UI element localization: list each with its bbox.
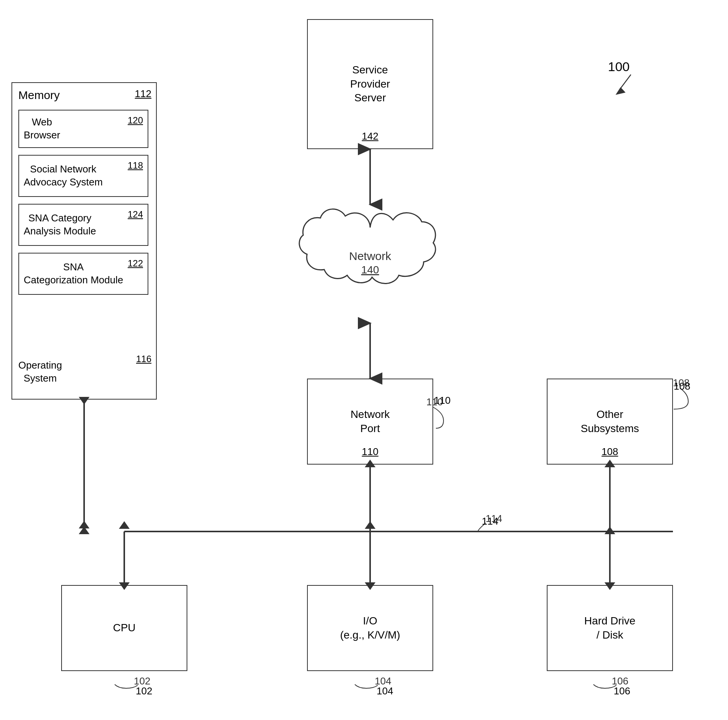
social-network-ref: 118 (128, 159, 143, 171)
svg-marker-19 (119, 521, 130, 529)
service-provider-server-label: ServiceProviderServer (350, 63, 390, 105)
network-port-ref: 110 (362, 445, 378, 458)
operating-system-label: OperatingSystem (18, 359, 62, 385)
memory-box: Memory 112 WebBrowser 120 Social Network… (11, 82, 157, 400)
service-provider-server-box: ServiceProviderServer 142 (307, 19, 433, 149)
memory-ref: 112 (135, 88, 151, 101)
network-label: Network (349, 250, 392, 262)
ref-114-label: 114 (482, 515, 498, 527)
web-browser-label: WebBrowser (24, 116, 60, 142)
social-network-label: Social NetworkAdvocacy System (24, 163, 103, 189)
sna-category-box: SNA CategoryAnalysis Module 124 (18, 204, 148, 246)
svg-marker-11 (79, 527, 89, 534)
ref-104-label: 104 (377, 685, 393, 697)
sna-categorization-box: SNACategorization Module 122 (18, 253, 148, 295)
hard-drive-box: Hard Drive/ Disk (547, 585, 673, 671)
ref-106-label: 106 (614, 685, 630, 697)
social-network-box: Social NetworkAdvocacy System 118 (18, 155, 148, 197)
diagram-ref-label: 100 (608, 59, 630, 74)
cpu-box: CPU (61, 585, 187, 671)
network-cloud-svg: Network 140 (296, 205, 445, 323)
svg-marker-22 (365, 521, 375, 529)
network-port-box: NetworkPort 110 (307, 379, 433, 465)
other-subsystems-box: OtherSubsystems 108 (547, 379, 673, 465)
io-box: I/O(e.g., K/V/M) (307, 585, 433, 671)
sna-category-ref: 124 (128, 208, 143, 220)
io-label: I/O(e.g., K/V/M) (340, 614, 400, 642)
svg-marker-5 (616, 87, 626, 95)
sna-categorization-ref: 122 (128, 257, 143, 269)
operating-system-box: OperatingSystem 116 (12, 345, 156, 399)
svg-marker-16 (604, 527, 615, 534)
cpu-label: CPU (113, 621, 135, 635)
sna-category-label: SNA CategoryAnalysis Module (24, 212, 96, 238)
ref-108-label: 108 (674, 380, 690, 392)
web-browser-ref: 120 (128, 114, 143, 126)
ref-102-label: 102 (136, 685, 152, 697)
ref-110-label: 110 (434, 395, 450, 406)
operating-system-ref: 116 (136, 353, 151, 365)
memory-label: Memory (18, 88, 60, 102)
other-subsystems-label: OtherSubsystems (581, 408, 639, 436)
web-browser-box: WebBrowser 120 (18, 110, 148, 148)
service-provider-server-ref: 142 (362, 130, 378, 143)
diagram: 100 ServiceProviderServer 142 Network 14… (0, 0, 728, 720)
hard-drive-label: Hard Drive/ Disk (584, 614, 635, 642)
network-cloud-container: Network 140 (296, 205, 445, 323)
network-ref: 140 (361, 264, 379, 276)
sna-categorization-label: SNACategorization Module (24, 261, 123, 287)
other-subsystems-ref: 108 (601, 445, 618, 458)
svg-marker-25 (79, 521, 89, 528)
svg-line-4 (619, 75, 631, 90)
network-port-label: NetworkPort (351, 408, 390, 436)
